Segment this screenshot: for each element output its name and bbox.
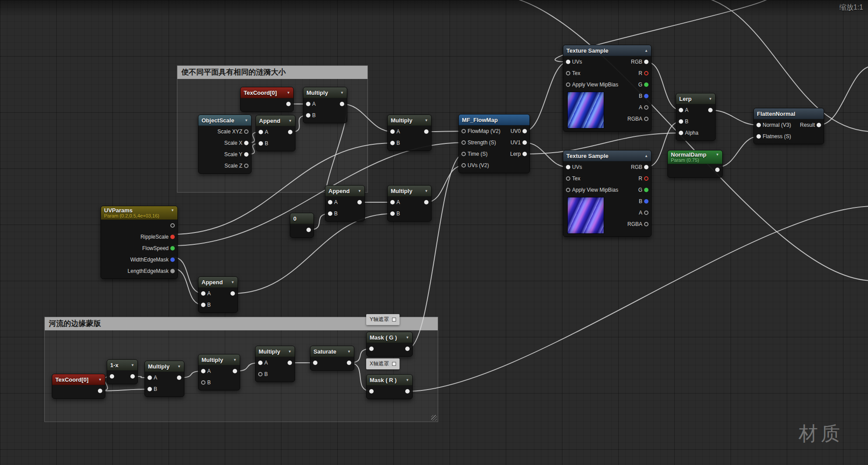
node-header[interactable]: Multiply▼: [198, 354, 240, 365]
pin-out[interactable]: [357, 200, 362, 204]
node-header[interactable]: Append▼: [198, 277, 238, 288]
pin-out[interactable]: [98, 389, 102, 393]
node-mult-edge3[interactable]: Multiply▼AB: [255, 346, 295, 382]
node-header[interactable]: Append▼: [256, 115, 295, 126]
pin-a[interactable]: [644, 211, 648, 215]
pin-scale-xyz[interactable]: [244, 129, 249, 134]
node-header[interactable]: FlattenNormal: [754, 108, 824, 119]
pin-out[interactable]: [306, 228, 311, 232]
dropdown-icon[interactable]: ▼: [231, 280, 234, 284]
pin-g[interactable]: [644, 82, 648, 87]
node-header[interactable]: Multiply▼: [388, 186, 431, 197]
collapse-icon[interactable]: ▲: [645, 49, 648, 53]
pin-uvs-v2[interactable]: [461, 163, 466, 168]
node-header[interactable]: NormalDamp▼Param (0.75): [668, 150, 722, 164]
pin-uvs[interactable]: [566, 165, 570, 169]
pin-b[interactable]: [328, 211, 332, 216]
node-normaldamp[interactable]: NormalDamp▼Param (0.75): [667, 150, 723, 178]
pin-a[interactable]: [306, 102, 310, 106]
pin-b[interactable]: [259, 141, 263, 146]
node-header[interactable]: Mask ( R )▼: [367, 375, 412, 386]
pin-b[interactable]: [148, 387, 152, 391]
node-lerp[interactable]: Lerp▼ABAlpha: [676, 93, 716, 141]
pin-out[interactable]: [231, 291, 235, 296]
node-header[interactable]: TexCoord[0]▼: [52, 374, 105, 385]
pin-result[interactable]: [817, 123, 821, 127]
pin-b[interactable]: [306, 113, 310, 118]
node-header[interactable]: Texture Sample▲: [563, 150, 651, 161]
pin-ripplescale[interactable]: [170, 235, 175, 239]
node-saturate[interactable]: Saturate▼: [310, 346, 354, 371]
dropdown-icon[interactable]: ▼: [233, 358, 237, 362]
pin-a[interactable]: [390, 200, 395, 204]
pin-b[interactable]: [644, 94, 648, 98]
dropdown-icon[interactable]: ▼: [177, 365, 181, 368]
dropdown-icon[interactable]: ▼: [340, 91, 344, 95]
node-texsample-b[interactable]: Texture Sample▲UVsRGBTexRApply View MipB…: [563, 150, 652, 237]
node-multiply-time[interactable]: Multiply▼AB: [387, 185, 432, 222]
pin-a[interactable]: [328, 200, 332, 204]
dropdown-icon[interactable]: ▼: [288, 119, 292, 123]
pin-uvs[interactable]: [566, 60, 570, 64]
dropdown-icon[interactable]: ▼: [358, 189, 361, 193]
pin-lengthedgemask[interactable]: [170, 269, 175, 273]
node-objectscale[interactable]: ObjectScale▼Scale XYZScale XScale YScale…: [198, 114, 252, 174]
pin-in[interactable]: [369, 347, 374, 351]
pin-a[interactable]: [258, 361, 263, 365]
pin-a[interactable]: [148, 376, 152, 380]
pin-a[interactable]: [644, 105, 648, 110]
pin-out[interactable]: [347, 361, 351, 365]
pin-out[interactable]: [233, 369, 237, 373]
pin-a[interactable]: [390, 129, 395, 134]
pin-a[interactable]: [201, 291, 205, 296]
dropdown-icon[interactable]: ▼: [406, 378, 409, 382]
pin-uv0[interactable]: [522, 129, 527, 133]
node-flattennormal[interactable]: FlattenNormalNormal (V3)ResultFlatness (…: [753, 108, 824, 144]
node-header[interactable]: Multiply▼: [256, 346, 295, 357]
dropdown-icon[interactable]: ▼: [171, 208, 174, 212]
dropdown-icon[interactable]: ▼: [347, 350, 351, 354]
pin-g[interactable]: [644, 188, 648, 192]
pin-tex[interactable]: [566, 71, 570, 75]
pin-b[interactable]: [258, 372, 263, 376]
dropdown-icon[interactable]: ▼: [406, 336, 409, 340]
pin-a[interactable]: [259, 130, 263, 134]
node-header[interactable]: Multiply▼: [388, 115, 431, 126]
node-const-0[interactable]: 0: [290, 213, 314, 238]
node-append-edge[interactable]: Append▼AB: [198, 276, 238, 313]
pin-apply-view-mipbias[interactable]: [566, 82, 570, 87]
node-texcoord-ripple[interactable]: TexCoord[0]▼: [240, 87, 294, 112]
reroute-label[interactable]: X轴遮罩: [366, 358, 400, 369]
pin-rgb[interactable]: [644, 165, 648, 169]
pin-b[interactable]: [644, 199, 648, 204]
pin-out[interactable]: [177, 376, 181, 380]
node-header[interactable]: ObjectScale▼: [198, 115, 251, 126]
node-mask-g[interactable]: Mask ( G )▼: [366, 332, 413, 357]
pin-flowmap-v2[interactable]: [461, 129, 466, 133]
dropdown-icon[interactable]: ▼: [245, 118, 248, 122]
pin-b[interactable]: [390, 141, 395, 145]
pin-in[interactable]: [110, 374, 114, 379]
pin-in[interactable]: [369, 389, 374, 393]
pin-out[interactable]: [715, 168, 720, 172]
node-texsample-a[interactable]: Texture Sample▲UVsRGBTexRApply View MipB…: [563, 45, 652, 132]
node-header[interactable]: 1-x▼: [107, 360, 137, 371]
node-texcoord-edge[interactable]: TexCoord[0]▼: [52, 374, 105, 399]
pin-out[interactable]: [340, 102, 344, 106]
dropdown-icon[interactable]: ▼: [709, 97, 712, 101]
dropdown-icon[interactable]: ▼: [425, 118, 428, 122]
pin-b[interactable]: [679, 119, 683, 124]
pin-apply-view-mipbias[interactable]: [566, 188, 570, 192]
node-mf-flowmap[interactable]: MF_FlowMapFlowMap (V2)UV0Strength (S)UV1…: [458, 114, 530, 173]
node-oneminus[interactable]: 1-x▼: [107, 359, 138, 384]
node-mult-edge2[interactable]: Multiply▼AB: [198, 354, 240, 390]
pin-scale-z[interactable]: [244, 164, 249, 168]
pin-scale-x[interactable]: [244, 141, 249, 145]
node-append-scale[interactable]: Append▼AB: [256, 115, 295, 151]
pin-lerp[interactable]: [522, 152, 527, 156]
node-mult-edge1[interactable]: Multiply▼AB: [144, 361, 184, 397]
collapse-icon[interactable]: ▲: [645, 154, 648, 158]
pin-out[interactable]: [288, 130, 292, 134]
node-header[interactable]: UVParams▼Param (0.2,0.5,4e+03,16): [101, 206, 177, 220]
pin-tex[interactable]: [566, 176, 570, 181]
